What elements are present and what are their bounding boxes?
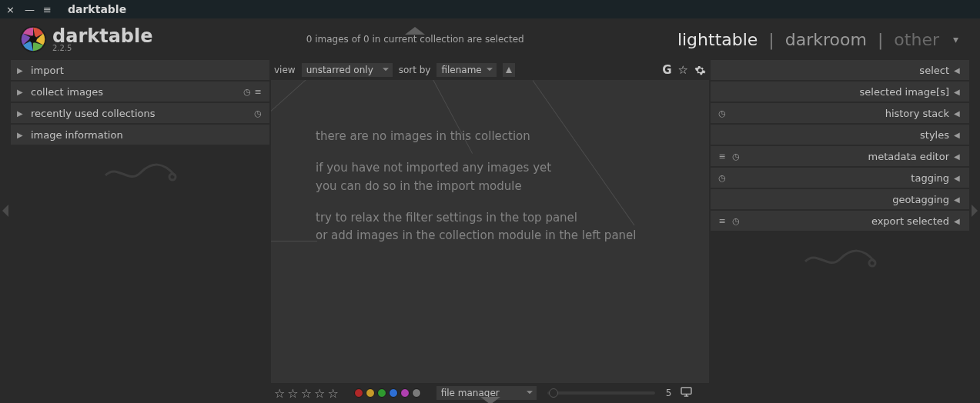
module-label: select [919,65,949,76]
presets-icon[interactable]: ◷ [731,152,741,162]
module-label: selected image[s] [860,86,949,98]
main-column: darktable 2.2.5 0 images of 0 in current… [11,18,969,403]
view-lighttable[interactable]: lighttable [677,30,758,49]
view-other[interactable]: other [894,30,939,49]
right-module-export-selected[interactable]: ≡◷export selected◀ [711,211,969,231]
view-filter-select[interactable]: unstarred only [302,63,393,77]
presets-icon[interactable]: ◷ [242,87,253,97]
right-module-styles[interactable]: styles◀ [711,125,969,145]
presets-icon[interactable]: ◷ [731,216,741,226]
window-minimize-icon[interactable]: — [25,4,32,15]
module-label: recently used collections [31,108,253,119]
color-label-5[interactable] [412,388,421,398]
display-profile-icon[interactable] [681,387,692,399]
color-label-3[interactable] [389,388,398,398]
bottom-panel-toggle[interactable] [480,395,500,403]
svg-rect-6 [681,388,691,394]
expand-icon: ◀ [954,66,963,75]
right-panel: select◀selected image[s]◀◷history stack◀… [711,60,969,403]
svg-marker-5 [506,67,512,73]
right-module-selected-image-s-[interactable]: selected image[s]◀ [711,82,969,102]
empty-msg-line1: there are no images in this collection [316,128,636,145]
view-filter-value: unstarred only [306,65,373,75]
module-label: collect images [31,86,242,98]
module-label: tagging [911,172,949,184]
left-module-import[interactable]: ▶import [11,60,269,80]
svg-point-10 [869,260,875,266]
color-labels [354,388,421,398]
flourish-decoration [11,146,269,200]
preferences-gear-icon[interactable] [694,65,706,76]
right-panel-toggle[interactable] [969,18,980,403]
app-root: darktable 2.2.5 0 images of 0 in current… [0,18,980,403]
expand-icon: ▶ [17,131,26,139]
star-2[interactable]: ☆ [287,386,298,401]
svg-marker-11 [972,205,978,217]
app-name: darktable [52,27,153,45]
star-3[interactable]: ☆ [301,386,312,401]
bottom-toolbar: ☆ ☆ ☆ ☆ ☆ file manager 5 [269,383,711,403]
module-label: export selected [871,215,949,227]
center-column: view unstarred only sort by filename G ☆ [269,60,711,403]
window-menu-icon[interactable]: ≡ [43,4,51,15]
color-label-4[interactable] [400,388,410,398]
lighttable-canvas[interactable]: there are no images in this collection i… [271,80,709,383]
empty-collection-message: there are no images in this collection i… [316,128,636,245]
presets-icon[interactable]: ◷ [717,108,727,118]
grouping-toggle-icon[interactable]: G [662,63,671,77]
expand-icon: ◀ [954,109,963,118]
expand-icon: ▶ [17,66,26,75]
expand-icon: ◀ [954,217,963,225]
sort-field-select[interactable]: filename [436,63,497,77]
header-status-area: 0 images of 0 in current collection are … [153,34,677,45]
window-close-icon[interactable]: × [6,4,14,15]
left-module-collect-images[interactable]: ▶collect images◷≡ [11,82,269,102]
color-label-1[interactable] [366,388,375,398]
right-module-history-stack[interactable]: ◷history stack◀ [711,103,969,123]
view-filter-label: view [274,65,296,75]
menu-icon[interactable]: ≡ [717,152,727,162]
expand-icon: ◀ [954,195,963,204]
presets-icon[interactable]: ◷ [717,173,727,183]
module-label: metadata editor [868,151,949,162]
color-label-0[interactable] [354,388,363,398]
right-module-metadata-editor[interactable]: ≡◷metadata editor◀ [711,146,969,166]
menu-icon[interactable]: ≡ [717,216,727,226]
right-module-tagging[interactable]: ◷tagging◀ [711,168,969,188]
presets-icon[interactable]: ◷ [253,108,263,118]
expand-icon: ▶ [17,109,26,118]
body-row: ▶import▶collect images◷≡▶recently used c… [11,60,969,403]
expand-icon: ▶ [17,88,26,96]
star-1[interactable]: ☆ [274,386,285,401]
aperture-icon [18,25,48,54]
empty-msg-line3a: try to relax the filter settings in the … [316,211,577,225]
star-5[interactable]: ☆ [327,386,338,401]
module-label: image information [31,129,263,141]
module-label: geotagging [892,194,949,205]
app-logo: darktable 2.2.5 [18,25,153,54]
view-darkroom[interactable]: darkroom [785,30,867,49]
expand-icon: ◀ [954,131,963,139]
overlay-star-icon[interactable]: ☆ [678,63,688,77]
top-toolbar: view unstarred only sort by filename G ☆ [269,60,711,80]
separator: | [878,30,883,49]
color-label-2[interactable] [377,388,386,398]
slider-thumb[interactable] [549,388,558,398]
left-module-recently-used-collections[interactable]: ▶recently used collections◷ [11,103,269,123]
empty-msg-line3b: or add images in the collection module i… [316,228,636,242]
sort-direction-toggle[interactable] [503,63,515,77]
left-panel: ▶import▶collect images◷≡▶recently used c… [11,60,269,403]
thumbnail-zoom-slider[interactable] [547,391,655,395]
right-module-geotagging[interactable]: geotagging◀ [711,189,969,209]
menu-icon[interactable]: ≡ [253,87,263,97]
window-title: darktable [68,3,126,15]
left-panel-toggle[interactable] [0,18,11,403]
flourish-decoration [711,232,969,286]
view-other-dropdown-icon[interactable]: ▾ [950,33,962,45]
left-module-image-information[interactable]: ▶image information [11,125,269,145]
right-module-select[interactable]: select◀ [711,60,969,80]
top-panel-toggle[interactable] [405,26,425,37]
sort-field-value: filename [441,65,481,75]
svg-point-2 [29,35,37,43]
star-4[interactable]: ☆ [314,386,325,401]
